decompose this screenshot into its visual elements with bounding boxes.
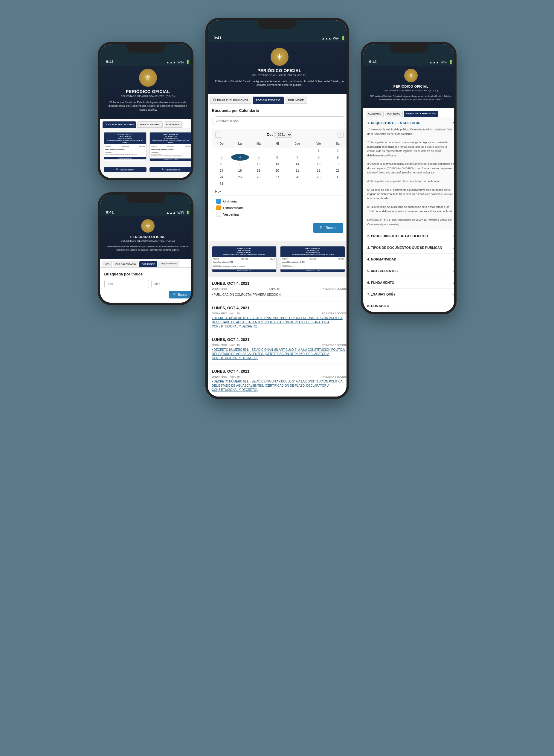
cal-next-btn[interactable]: › (338, 131, 343, 138)
req-item-5[interactable]: 5. ANTECEDENTES ∨ (363, 265, 456, 277)
cal-cell-3[interactable]: 3 (212, 154, 231, 161)
year-input[interactable] (104, 280, 149, 288)
cal-cell-16[interactable]: 16 (329, 161, 347, 167)
battery-icon: 🔋 (186, 60, 190, 64)
cal-cell-17[interactable]: 17 (212, 167, 231, 174)
pub-card-header-2b: PERIÓDICO OFICIAL DEL ESTADO DE AGUASCAL… (280, 247, 345, 257)
shield-logo-4: ⚜ (141, 219, 155, 233)
pub-list-item-3: LUNES, OCT 4, 2021 ORDINARIO Núm. 49 PRI… (208, 333, 349, 365)
cal-cell[interactable] (249, 147, 269, 154)
tab-ultimas-2[interactable]: ÚLTIMAS PUBLICACIONES (210, 97, 252, 104)
cal-week-1: 1 2 (212, 147, 347, 154)
pub-cards-calendar: PERIÓDICO OFICIAL DEL ESTADO DE AGUASCAL… (208, 241, 349, 277)
cal-cell[interactable] (268, 147, 286, 154)
tab-req-4[interactable]: REQUISITOS DE P. (159, 261, 179, 267)
wifi-icon-2: WiFi (333, 37, 340, 40)
cal-cell-6[interactable]: 6 (268, 154, 286, 161)
hero-subtitle-2: DEL ESTADO DE AGUASCALIENTES. (P.O.E.) (213, 74, 346, 76)
tab-calendario-3[interactable]: ALENDARIO (366, 111, 384, 117)
hero-4: ⚜ PERIÓDICO OFICIAL DEL ESTADO DE AGUASC… (100, 216, 193, 259)
req-item-6[interactable]: 6. FUNDAMENTO ∨ (363, 277, 456, 288)
ver-pub-btn-1b[interactable]: 🔍 Ver publicación (150, 167, 192, 172)
mes-input[interactable] (151, 280, 193, 288)
tab-calendario2-4[interactable]: POR CALENDARIO (113, 261, 138, 267)
nav-tabs-2: ÚLTIMAS PUBLICACIONES POR CALENDARIO POR… (208, 94, 349, 104)
cal-prev-btn[interactable]: ‹ (215, 131, 221, 138)
cal-cell-29[interactable]: 29 (309, 174, 329, 180)
cal-cell-31[interactable]: 31 (212, 180, 231, 187)
req-item-4[interactable]: 4. NORMATIVIDAD ∨ (363, 254, 456, 265)
cal-cell-19[interactable]: 19 (249, 167, 269, 174)
req-item-8[interactable]: 8. CONTACTO ∨ (363, 300, 456, 312)
pub-card-1b: PERIÓDICO OFICIAL DEL ESTADO DE AGUASCAL… (150, 132, 192, 161)
pub-card-body-2a: TXXXVII AGS. AGS NÚM 49 lunes, 4 de octu… (212, 257, 277, 269)
ver-pub-btn-1a[interactable]: 🔍 Ver publicación (104, 167, 147, 172)
cal-cell-23[interactable]: 23 (329, 167, 347, 174)
cal-cell-8[interactable]: 8 (309, 154, 329, 161)
tab-calendario-1[interactable]: POR CALENDARIO (137, 121, 162, 128)
req-item-1[interactable]: 1. REQUISITOS DE LA SOLICITUD ∧ 1° Prese… (363, 117, 456, 230)
cal-cell-18[interactable]: 18 (231, 167, 249, 174)
cal-cell-22[interactable]: 22 (309, 167, 329, 174)
tab-indice-1[interactable]: POR ÍNDICE (164, 121, 182, 128)
cal-cell-10[interactable]: 10 (212, 161, 231, 167)
pub-num-4: Núm. 49 (230, 375, 240, 378)
cal-cell[interactable] (212, 147, 231, 154)
calendar-search-input[interactable] (212, 116, 347, 125)
req-item-3[interactable]: 3. TIPOS DE DOCUMENTOS QUE SE PUBLICAN ∨ (363, 242, 456, 254)
cal-cell-1[interactable]: 1 (309, 147, 329, 154)
req-item-2[interactable]: 2. PROCEDIMIENTO DE LA SOLICITUD ∨ (363, 230, 456, 242)
cal-cell-4[interactable]: 4 (231, 154, 249, 161)
pub-seccion-1: PRIMERA SECCIÓN (322, 287, 347, 290)
cal-cell-12[interactable]: 12 (249, 161, 269, 167)
cal-cell-7[interactable]: 7 (286, 154, 309, 161)
cal-cell-21[interactable]: 21 (286, 167, 309, 174)
status-time-4: 9:41 (106, 210, 114, 214)
hero-desc-2: El Periódico Oficial del Estado de Aguas… (213, 79, 346, 87)
cal-cell-26[interactable]: 26 (249, 174, 269, 180)
cal-cell-14[interactable]: 14 (286, 161, 309, 167)
tab-indice-4[interactable]: POR ÍNDICE (139, 261, 157, 267)
tab-calendario-2[interactable]: POR CALENDARIO (253, 97, 284, 104)
cal-cell-28[interactable]: 28 (286, 174, 309, 180)
cal-cell-30[interactable]: 30 (329, 174, 347, 180)
cal-cell-13[interactable]: 13 (268, 161, 286, 167)
pub-card-header-1a: PERIÓDICO OFICIAL DEL ESTADO DE AGUASCAL… (104, 132, 146, 145)
tab-indice-2[interactable]: POR ÍNDICE (285, 97, 307, 104)
cal-cell-25[interactable]: 25 (231, 174, 249, 180)
cal-cell-9[interactable]: 9 (329, 154, 347, 161)
index-inputs (104, 280, 191, 288)
search-icon-1a: 🔍 (116, 168, 119, 171)
pub-link-2[interactable]: • DECRETO NÚMERO 591. - SE ADICIONA UN A… (212, 316, 347, 329)
cal-cell[interactable] (286, 147, 309, 154)
cal-today[interactable]: Hoy (212, 187, 347, 196)
cal-cell-15[interactable]: 15 (309, 161, 329, 167)
cal-cell-27[interactable]: 27 (268, 174, 286, 180)
cal-cell-24[interactable]: 24 (212, 174, 231, 180)
pub-link-3[interactable]: • DECRETO NÚMERO 591. - SE ADICIONAN UN … (212, 348, 347, 360)
tab-req-3[interactable]: REQUISITOS DE PUBLICACIÓN (404, 111, 438, 117)
cal-cell[interactable] (231, 147, 249, 154)
calendar-days-header: Do Lu Ma Mi Jue Vie Sa (212, 140, 347, 148)
pub-link-4[interactable]: • DECRETO NÚMERO 591. - SE ADICIONA UN A… (212, 379, 347, 392)
tab-indice-3[interactable]: POR ÍNDICE (385, 111, 403, 117)
cal-cell-5[interactable]: 5 (249, 154, 269, 161)
status-icons-1: ▲▲▲ WiFi 🔋 (166, 60, 190, 64)
tab-calendario-4[interactable]: NES (103, 261, 112, 267)
req-item-7[interactable]: 7. ¿SABIAS QUÉ? ∨ (363, 288, 456, 300)
calendar-header: ‹ Oct 2021 › (212, 129, 347, 140)
legend-label-extraordinary: Extraordinaria (223, 206, 244, 210)
buscar-btn-4[interactable]: 🔍 Buscar (169, 291, 191, 299)
cal-cell-20[interactable]: 20 (268, 167, 286, 174)
cal-cell-2[interactable]: 2 (329, 147, 347, 154)
shield-logo-3: ⚜ (404, 69, 418, 82)
cal-year-select[interactable]: 2021 (274, 131, 292, 138)
right-column: 9:41 ▲▲▲ WiFi 🔋 ⚜ PERIÓDICO OFICIAL DEL … (361, 18, 456, 314)
buscar-btn-2[interactable]: 🔍 Buscar (313, 223, 343, 233)
tab-ultimas-1[interactable]: ÚLTIMAS PUBLICACIONES (103, 121, 136, 128)
cal-day-ma: Ma (249, 140, 269, 148)
cal-cell-11[interactable]: 11 (231, 161, 249, 167)
chevron-icon-8: ∨ (452, 304, 455, 308)
cal-day-jue: Jue (286, 140, 309, 148)
req-item-header-2: 2. PROCEDIMIENTO DE LA SOLICITUD ∨ (368, 234, 455, 238)
